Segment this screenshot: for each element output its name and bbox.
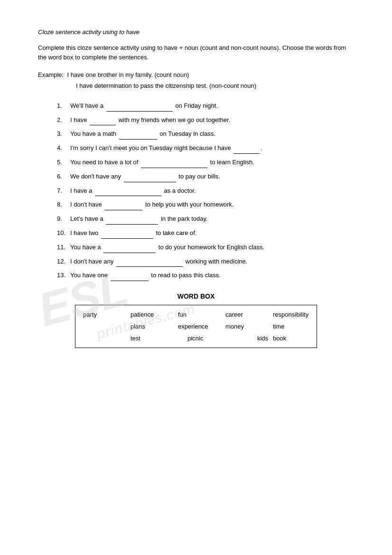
word-fun: fun — [178, 311, 225, 318]
word-box-section: WORD BOX party patience fun career respo… — [38, 292, 354, 348]
blank-10 — [101, 228, 153, 239]
sentence-1: We'll have a on Friday night. — [57, 101, 354, 112]
blank-3 — [119, 129, 157, 140]
word-spacer — [83, 323, 131, 330]
sentence-13: You have one to read to pass this class. — [57, 271, 354, 281]
word-box-table: party patience fun career responsibility… — [75, 305, 317, 348]
sentence-2: I have with my friends when we go out to… — [57, 115, 354, 126]
sentences-list: We'll have a on Friday night. I have wit… — [57, 101, 354, 281]
word-time: time — [273, 323, 320, 330]
example-label: Example: I have one brother in my family… — [38, 69, 354, 80]
word-test: test — [131, 335, 178, 342]
sentence-6: We don't have any to pay our bills. — [57, 172, 354, 182]
blank-12 — [116, 257, 183, 267]
blank-11 — [103, 243, 156, 253]
word-party: party — [83, 311, 131, 318]
word-box-row-2: plans experience money time — [83, 323, 309, 330]
word-picnic: picnic — [178, 335, 225, 342]
word-plans: plans — [131, 323, 178, 330]
blank-2 — [90, 115, 116, 126]
blank-8 — [104, 200, 142, 210]
example-section: Example: I have one brother in my family… — [38, 69, 354, 92]
blank-5 — [141, 158, 207, 168]
instructions: Complete this cloze sentence activity us… — [38, 43, 354, 62]
sentence-4: I'm sorry I can't meet you on Tuesday ni… — [57, 143, 354, 154]
word-box-row-1: party patience fun career responsibility — [83, 311, 309, 318]
sentence-8: I don't have to help you with your homew… — [57, 200, 354, 210]
sentence-11: You have a to do your homework for Engli… — [57, 243, 354, 253]
word-patience: patience — [131, 311, 178, 318]
blank-1 — [106, 101, 173, 112]
word-book: book — [273, 335, 320, 342]
blank-6 — [124, 172, 176, 182]
blank-4 — [233, 143, 260, 154]
sentence-10: I have two to take care of. — [57, 228, 354, 239]
sentence-9: Let's have a in the park today. — [57, 214, 354, 225]
word-box-row-3: test picnic kids book — [83, 335, 309, 342]
blank-7 — [95, 186, 161, 197]
sentence-12: I don't have any working with medicine. — [57, 257, 354, 267]
sentence-5: You need to have a lot of to learn Engli… — [57, 158, 354, 168]
word-spacer2 — [83, 335, 131, 342]
word-box-title: WORD BOX — [38, 292, 354, 300]
sentence-3: You have a math on Tuesday in class. — [57, 129, 354, 140]
blank-13 — [111, 271, 149, 281]
word-money: money — [225, 323, 273, 330]
page-title: Cloze sentence activity using to have — [38, 28, 354, 36]
word-career: career — [225, 311, 273, 318]
sentence-7: I have a as a doctor. — [57, 186, 354, 197]
example-2: I have determination to pass the citizen… — [76, 80, 354, 91]
word-experience: experience — [178, 323, 225, 330]
word-responsibility: responsibility — [273, 311, 320, 318]
word-kids: kids — [225, 335, 273, 342]
sentences-ol: We'll have a on Friday night. I have wit… — [57, 101, 354, 281]
blank-9 — [106, 214, 158, 225]
